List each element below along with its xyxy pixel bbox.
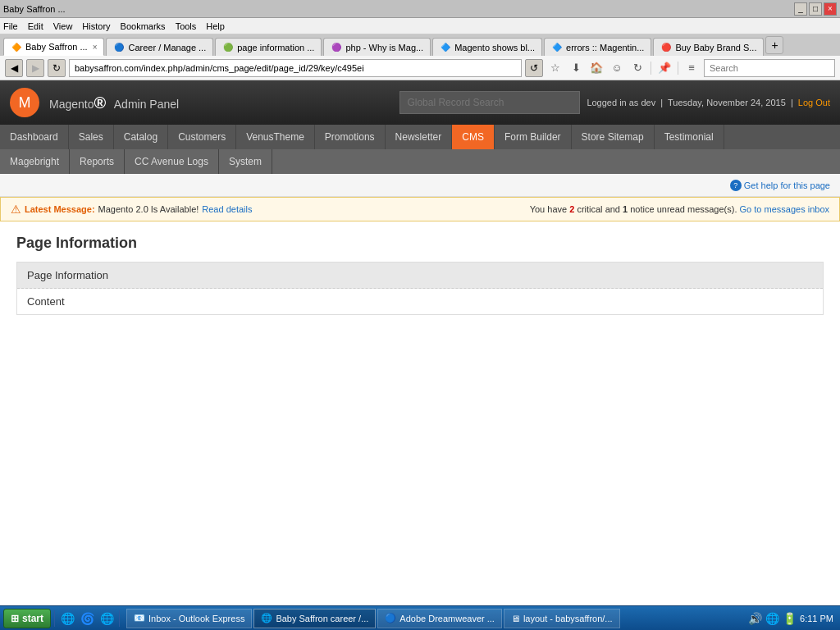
tab-5[interactable]: 🔷 Magento shows bl... <box>432 38 542 56</box>
message-read-link[interactable]: Read details <box>202 204 252 214</box>
tab-3[interactable]: 🟢 page information ... <box>215 38 322 56</box>
nav-system[interactable]: System <box>219 149 272 174</box>
close-button[interactable]: × <box>824 2 837 16</box>
tab-4-favicon: 🟣 <box>331 42 342 53</box>
start-label: start <box>22 613 43 624</box>
header-date: Tuesday, November 24, 2015 <box>668 98 786 107</box>
notice-label: notice <box>630 204 654 214</box>
forward-button[interactable]: ▶ <box>26 59 44 77</box>
nav-newsletter[interactable]: Newsletter <box>386 125 453 149</box>
menu-tools[interactable]: Tools <box>176 21 197 31</box>
menu-file[interactable]: File <box>3 21 18 31</box>
tray-icon-2[interactable]: 🌐 <box>765 612 779 625</box>
taskbar-item-layout-label: layout - babysaffron/... <box>523 614 613 623</box>
page-title: Page Information <box>16 235 824 252</box>
reload-button[interactable]: ↺ <box>525 59 543 77</box>
taskbar-item-layout-icon: 🖥 <box>511 614 520 623</box>
window-title: Baby Saffron ... <box>3 4 794 14</box>
menu-view[interactable]: View <box>53 21 73 31</box>
emoji-icon[interactable]: ☺ <box>608 59 626 77</box>
tab-7-favicon: 🔴 <box>660 42 672 53</box>
nav-venustheme[interactable]: VenusTheme <box>236 125 315 149</box>
windows-logo-icon: ⊞ <box>11 613 19 624</box>
bookmark-icon[interactable]: ☆ <box>546 59 564 77</box>
back-button[interactable]: ◀ <box>5 59 23 77</box>
download-icon[interactable]: ⬇ <box>567 59 585 77</box>
nav-promotions[interactable]: Promotions <box>315 125 386 149</box>
taskbar-item-outlook[interactable]: 📧 Inbox - Outlook Express <box>126 609 252 628</box>
taskbar-divider-1 <box>54 610 55 627</box>
inbox-link[interactable]: Go to messages inbox <box>740 204 829 214</box>
tab-7[interactable]: 🔴 Buy Baby Brand S... <box>653 38 764 56</box>
message-warning-icon: ⚠ <box>11 203 21 216</box>
nav-reports[interactable]: Reports <box>70 149 125 174</box>
tab-bar: 🔶 Baby Saffron ... × 🔵 Career / Manage .… <box>0 34 840 56</box>
refresh-button[interactable]: ↻ <box>48 59 66 77</box>
taskbar-item-baby-saffron[interactable]: 🌐 Baby Saffron career /... <box>253 609 376 628</box>
logged-in-text: Logged in as dev <box>587 98 655 107</box>
tab-6[interactable]: 🔷 errors :: Magentin... <box>544 38 651 56</box>
help-icon: ? <box>730 180 742 191</box>
tray-icon-1[interactable]: 🔊 <box>748 612 762 625</box>
start-button[interactable]: ⊞ start <box>3 609 51 628</box>
menu-icon[interactable]: ≡ <box>682 59 701 77</box>
menu-edit[interactable]: Edit <box>28 21 43 31</box>
tray-icon-3[interactable]: 🔋 <box>783 612 797 625</box>
nav-customers[interactable]: Customers <box>168 125 236 149</box>
and-text: and <box>605 204 620 214</box>
magento-header-right: Logged in as dev | Tuesday, November 24,… <box>399 91 830 114</box>
nav-dashboard[interactable]: Dashboard <box>0 125 69 149</box>
menu-bookmarks[interactable]: Bookmarks <box>121 21 166 31</box>
help-link[interactable]: ? Get help for this page <box>730 180 830 191</box>
nav-form-builder[interactable]: Form Builder <box>495 125 572 149</box>
taskbar-ie-icon[interactable]: 🌐 <box>58 609 76 628</box>
taskbar-divider-2 <box>119 610 120 627</box>
nav-magebright[interactable]: Magebright <box>0 149 70 174</box>
taskbar-item-dreamweaver[interactable]: 🔵 Adobe Dreamweaver ... <box>377 609 502 628</box>
tab-2-favicon: 🔵 <box>113 42 125 53</box>
tab-6-label: errors :: Magentin... <box>566 43 644 52</box>
separator2 <box>678 62 678 75</box>
new-tab-button[interactable]: + <box>765 36 783 54</box>
tab-5-favicon: 🔷 <box>440 42 451 53</box>
tab-1-label: Baby Saffron ... <box>25 42 88 52</box>
pin-icon[interactable]: 📌 <box>655 59 673 77</box>
taskbar-ie3-icon[interactable]: 🌐 <box>98 609 116 628</box>
magento-header: M Magento® Admin Panel Logged in as dev … <box>0 80 840 125</box>
tab-3-label: page information ... <box>237 43 314 52</box>
maximize-button[interactable]: □ <box>809 2 822 16</box>
taskbar-ie2-icon[interactable]: 🌀 <box>78 609 96 628</box>
taskbar-item-dreamweaver-label: Adobe Dreamweaver ... <box>399 614 495 623</box>
menu-help[interactable]: Help <box>206 21 225 31</box>
nav-sales[interactable]: Sales <box>69 125 114 149</box>
nav-store-sitemap[interactable]: Store Sitemap <box>572 125 655 149</box>
nav-cc-avenue-logs[interactable]: CC Avenue Logs <box>125 149 219 174</box>
nav-testimonial[interactable]: Testimonial <box>655 125 724 149</box>
home-icon[interactable]: 🏠 <box>587 59 605 77</box>
nav-row-1: Dashboard Sales Catalog Customers VenusT… <box>0 125 840 149</box>
accordion-content[interactable]: Content <box>17 289 823 314</box>
message-text: Magento 2.0 Is Available! <box>98 204 199 214</box>
browser-search-input[interactable] <box>704 59 835 77</box>
notification-text: You have <box>530 204 567 214</box>
minimize-button[interactable]: _ <box>794 2 807 16</box>
sync-icon[interactable]: ↻ <box>628 59 646 77</box>
menu-history[interactable]: History <box>82 21 110 31</box>
address-input[interactable] <box>69 59 522 77</box>
notice-count: 1 <box>623 204 628 214</box>
tab-2[interactable]: 🔵 Career / Manage ... <box>106 38 213 56</box>
nav-row-2: Magebright Reports CC Avenue Logs System <box>0 149 840 174</box>
nav-catalog[interactable]: Catalog <box>114 125 168 149</box>
nav-cms[interactable]: CMS <box>452 125 495 149</box>
tab-4[interactable]: 🟣 php - Why is Mag... <box>323 38 431 56</box>
taskbar-tray: 🔊 🌐 🔋 6:11 PM <box>745 612 837 625</box>
tab-1-close[interactable]: × <box>93 43 98 52</box>
tab-1[interactable]: 🔶 Baby Saffron ... × <box>3 38 104 56</box>
global-search-input[interactable] <box>399 91 580 114</box>
taskbar-item-layout[interactable]: 🖥 layout - babysaffron/... <box>504 609 620 628</box>
accordion-page-info[interactable]: Page Information <box>17 262 823 289</box>
browser-action-icons: ☆ ⬇ 🏠 ☺ ↻ 📌 ≡ <box>546 59 701 77</box>
logout-link[interactable]: Log Out <box>798 98 830 107</box>
taskbar-item-outlook-icon: 📧 <box>134 613 145 623</box>
browser-title-bar: Baby Saffron ... _ □ × <box>0 0 840 18</box>
